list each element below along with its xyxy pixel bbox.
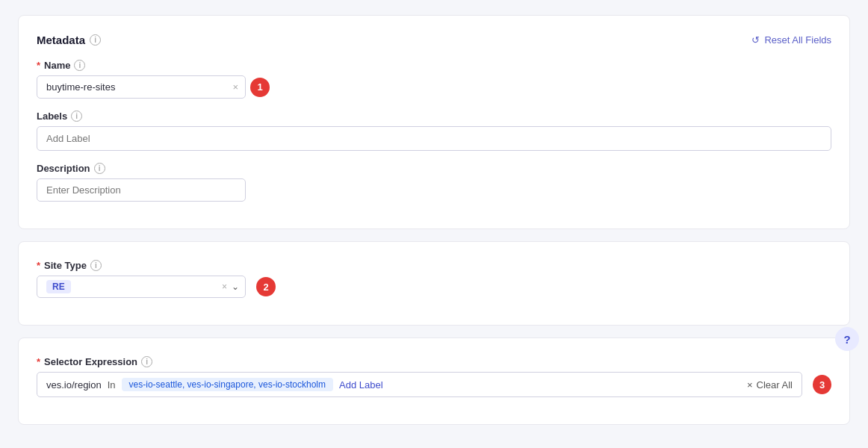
site-type-chevron-icon[interactable]: ⌄ (232, 281, 239, 292)
selector-values-tag: ves-io-seattle, ves-io-singapore, ves-io… (122, 378, 333, 391)
site-type-clear-icon[interactable]: × (222, 281, 227, 292)
name-clear-icon[interactable]: × (232, 81, 238, 93)
site-type-label-text: Site Type (44, 260, 87, 271)
name-input[interactable] (37, 75, 246, 99)
bottom-bar: 4 Save and Exit (0, 440, 868, 448)
name-input-wrapper: × 1 (37, 75, 831, 99)
labels-info-icon[interactable]: i (71, 111, 82, 122)
step-2-badge: 2 (256, 277, 276, 296)
name-field-label: * Name i (37, 60, 831, 71)
description-input-container (37, 178, 246, 202)
clear-all-x-icon: × (747, 379, 753, 391)
labels-field-group: Labels i (37, 111, 831, 151)
site-type-tag: RE (46, 280, 71, 293)
selector-required-star: * (37, 356, 40, 367)
site-type-card: * Site Type i RE × ⌄ 2 (18, 241, 850, 326)
site-type-label: * Site Type i (37, 260, 831, 271)
labels-label-text: Labels (37, 111, 67, 122)
site-type-required-star: * (37, 260, 40, 271)
metadata-card-header: Metadata i ↺ Reset All Fields (37, 34, 831, 46)
selector-field-group: * Selector Expression i ves.io/region In… (37, 356, 831, 397)
name-info-icon[interactable]: i (74, 60, 85, 71)
description-field-label: Description i (37, 163, 831, 174)
metadata-title: Metadata i (37, 34, 101, 46)
reset-icon: ↺ (751, 34, 760, 46)
site-type-select[interactable]: RE × ⌄ (37, 276, 246, 298)
labels-input[interactable] (37, 126, 831, 151)
site-type-select-controls: × ⌄ (222, 281, 239, 292)
metadata-card: Metadata i ↺ Reset All Fields * Name i ×… (18, 15, 850, 229)
description-field-group: Description i (37, 163, 831, 202)
site-type-field-group: * Site Type i RE × ⌄ 2 (37, 260, 831, 298)
selector-key: ves.io/region (46, 379, 102, 391)
clear-all-label: Clear All (757, 379, 793, 391)
labels-field-label: Labels i (37, 111, 831, 122)
clear-all-button[interactable]: × Clear All (747, 379, 793, 391)
step-3-badge: 3 (813, 375, 831, 394)
add-label-button[interactable]: Add Label (339, 379, 383, 391)
description-input[interactable] (37, 178, 246, 202)
step-1-badge: 1 (250, 78, 270, 97)
selector-label-text: Selector Expression (44, 356, 137, 367)
description-info-icon[interactable]: i (94, 163, 105, 174)
selector-expression-input[interactable]: ves.io/region In ves-io-seattle, ves-io-… (37, 372, 802, 397)
reset-all-button[interactable]: ↺ Reset All Fields (751, 34, 831, 46)
name-input-container: × (37, 75, 246, 99)
description-label-text: Description (37, 163, 90, 174)
metadata-info-icon[interactable]: i (90, 34, 101, 46)
selector-info-icon[interactable]: i (141, 356, 152, 367)
help-button[interactable]: ? (835, 327, 859, 351)
selector-expression-card: * Selector Expression i ves.io/region In… (18, 337, 850, 425)
name-required-star: * (37, 60, 40, 71)
name-label-text: Name (44, 60, 70, 71)
selector-operator: In (108, 379, 116, 391)
selector-label: * Selector Expression i (37, 356, 831, 367)
reset-label: Reset All Fields (764, 34, 831, 46)
name-field-group: * Name i × 1 (37, 60, 831, 99)
site-type-info-icon[interactable]: i (90, 260, 102, 271)
site-type-input[interactable] (75, 281, 219, 293)
help-icon: ? (843, 333, 850, 346)
metadata-title-text: Metadata (37, 34, 85, 46)
